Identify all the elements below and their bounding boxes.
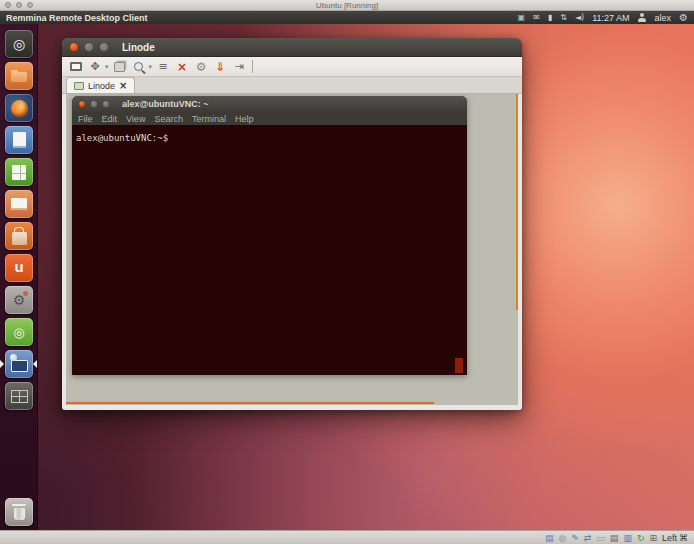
duplicate-connection-icon[interactable] xyxy=(112,59,128,75)
toolbar-separator xyxy=(252,60,253,73)
menu-search[interactable]: Search xyxy=(154,114,183,124)
remmina-window: Linode ✥ ▾ ▾ ≡ × ⚙ ⇓ ⇥ Linode × xyxy=(62,38,522,410)
launcher-item-dash-home[interactable] xyxy=(5,30,33,58)
menu-terminal[interactable]: Terminal xyxy=(192,114,226,124)
usb-icon[interactable]: ▭ xyxy=(596,531,605,544)
terminal-minimize-button[interactable] xyxy=(90,100,98,108)
network-arrows-icon[interactable]: ⇅ xyxy=(560,11,567,24)
remmina-minimize-button[interactable] xyxy=(84,42,94,52)
displays-icon[interactable]: ▣ xyxy=(518,11,526,24)
launcher-item-update-manager[interactable] xyxy=(5,318,33,346)
vbox-statusbar: ▤ ◍ ✎ ⇄ ▭ ▤ ▥ ↻ ⊞ Left ⌘ xyxy=(0,530,694,544)
session-gear-icon[interactable]: ⚙ xyxy=(679,11,688,24)
vbox-window-title: Ubuntu [Running] xyxy=(316,1,378,10)
user-icon[interactable] xyxy=(638,13,647,22)
user-menu[interactable]: alex xyxy=(655,13,672,23)
terminal-window-title: alex@ubuntuVNC: ~ xyxy=(122,99,209,109)
terminal-menubar: File Edit View Search Terminal Help xyxy=(72,112,467,125)
mac-zoom-button[interactable] xyxy=(27,2,33,8)
launcher-item-ubuntu-software-center[interactable] xyxy=(5,222,33,250)
clock[interactable]: 11:27 AM xyxy=(592,13,629,23)
network-icon[interactable]: ⇄ xyxy=(584,531,592,544)
scaling-icon[interactable] xyxy=(131,59,147,75)
launcher-item-workspace-switcher[interactable] xyxy=(5,382,33,410)
menu-file[interactable]: File xyxy=(78,114,93,124)
mac-minimize-button[interactable] xyxy=(16,2,22,8)
launcher-item-ubuntu-one[interactable] xyxy=(5,254,33,282)
host-key-indicator: Left ⌘ xyxy=(662,533,688,543)
battery-icon[interactable]: ▮ xyxy=(548,11,552,24)
unity-launcher xyxy=(0,24,38,530)
terminal-window: alex@ubuntuVNC: ~ File Edit View Search … xyxy=(72,96,467,375)
desktop-wallpaper: Ubuntu [Running] Remmina Remote Desktop … xyxy=(0,0,694,544)
shared-folders-icon[interactable]: ▤ xyxy=(610,531,619,544)
preferences-gear-icon[interactable]: ⚙ xyxy=(193,59,209,75)
shell-prompt: alex@ubuntuVNC:~$ xyxy=(76,133,168,143)
disconnect-icon[interactable]: ⇥ xyxy=(231,59,247,75)
ubuntu-menubar: Remmina Remote Desktop Client ▣ ✉ ▮ ⇅ ◄)… xyxy=(0,11,694,24)
tab-screen-icon xyxy=(74,82,84,90)
remote-wallpaper-right-edge xyxy=(516,94,518,310)
launcher-item-libreoffice-impress[interactable] xyxy=(5,190,33,218)
grab-keyboard-icon[interactable]: ≡ xyxy=(155,59,171,75)
chevron-down-icon[interactable]: ▾ xyxy=(149,63,153,71)
remmina-window-title: Linode xyxy=(122,42,155,53)
vbox-window-titlebar[interactable]: Ubuntu [Running] xyxy=(0,0,694,11)
remmina-close-button[interactable] xyxy=(69,42,79,52)
launcher-item-system-settings[interactable] xyxy=(5,286,33,314)
remmina-tabstrip: Linode × xyxy=(62,77,522,94)
tab-linode[interactable]: Linode × xyxy=(66,77,135,93)
mail-icon[interactable]: ✉ xyxy=(533,11,540,24)
launcher-item-remmina[interactable] xyxy=(5,350,33,378)
harddisk-icon[interactable]: ▤ xyxy=(545,531,554,544)
cdrom-icon[interactable]: ◍ xyxy=(558,531,566,544)
terminal-maximize-button[interactable] xyxy=(102,100,110,108)
vnc-viewport[interactable]: alex@ubuntuVNC: ~ File Edit View Search … xyxy=(66,94,518,405)
menu-view[interactable]: View xyxy=(126,114,145,124)
mouse-integration-icon[interactable]: ⊞ xyxy=(649,531,657,544)
fullscreen-icon[interactable] xyxy=(68,59,84,75)
tools-icon[interactable]: × xyxy=(174,59,190,75)
remmina-maximize-button[interactable] xyxy=(99,42,109,52)
running-indicator-arrow xyxy=(0,360,4,368)
display-icon[interactable]: ▥ xyxy=(623,531,632,544)
menu-help[interactable]: Help xyxy=(235,114,254,124)
terminal-body[interactable]: alex@ubuntuVNC:~$ xyxy=(72,125,467,375)
menu-edit[interactable]: Edit xyxy=(102,114,118,124)
terminal-titlebar[interactable]: alex@ubuntuVNC: ~ xyxy=(72,96,467,112)
launcher-item-trash[interactable] xyxy=(5,498,33,526)
remote-wallpaper-bottom-edge xyxy=(66,402,434,404)
tab-close-icon[interactable]: × xyxy=(119,80,127,91)
launcher-item-firefox[interactable] xyxy=(5,94,33,122)
tab-label: Linode xyxy=(88,81,115,91)
focused-indicator-arrow xyxy=(33,360,37,368)
video-capture-icon[interactable]: ✎ xyxy=(571,531,579,544)
mac-close-button[interactable] xyxy=(5,2,11,8)
launcher-item-libreoffice-writer[interactable] xyxy=(5,126,33,154)
connect-icon[interactable]: ⇓ xyxy=(212,59,228,75)
terminal-close-button[interactable] xyxy=(78,100,86,108)
launcher-item-home-folder[interactable] xyxy=(5,62,33,90)
launcher-item-libreoffice-calc[interactable] xyxy=(5,158,33,186)
features-icon[interactable]: ↻ xyxy=(637,531,645,544)
remote-wallpaper-sliver xyxy=(455,358,463,373)
remmina-titlebar[interactable]: Linode xyxy=(62,38,522,57)
fit-window-icon[interactable]: ✥ xyxy=(87,59,103,75)
remmina-toolbar: ✥ ▾ ▾ ≡ × ⚙ ⇓ ⇥ xyxy=(62,57,522,77)
chevron-down-icon[interactable]: ▾ xyxy=(105,63,109,71)
active-app-title[interactable]: Remmina Remote Desktop Client xyxy=(6,13,148,23)
volume-icon[interactable]: ◄) xyxy=(575,11,584,24)
